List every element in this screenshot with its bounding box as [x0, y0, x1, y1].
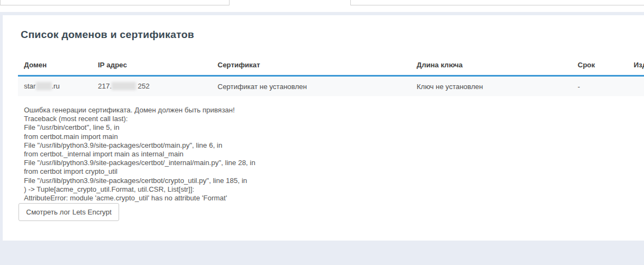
column-header-ip[interactable]: IP адрес — [92, 54, 212, 76]
cell-issuer — [628, 76, 644, 97]
cell-certificate: Сертификат не установлен — [212, 76, 411, 97]
column-header-term[interactable]: Срок — [572, 54, 628, 76]
error-log-line: from certbot._internal import main as in… — [24, 150, 255, 159]
error-log-line: AttributeError: module 'acme.crypto_util… — [24, 194, 255, 203]
table-row[interactable]: star.ru 217.252 Сертификат не установлен… — [18, 76, 644, 97]
content-card: Список доменов и сертификатов Домен IP а… — [3, 15, 644, 241]
error-log-line: from certbot.main import main — [24, 132, 255, 141]
domain-suffix: .ru — [52, 82, 60, 90]
error-log-line: File "/usr/lib/python3.9/site-packages/c… — [24, 141, 255, 150]
column-header-domain[interactable]: Домен — [18, 54, 92, 76]
view-lets-encrypt-log-button[interactable]: Смотреть лог Lets Encrypt — [18, 203, 119, 221]
cell-term: - — [572, 76, 628, 97]
column-header-issuer[interactable]: Издатель — [628, 54, 644, 76]
page-title: Список доменов и сертификатов — [21, 29, 194, 41]
error-log-line: Ошибка генерации сертификата. Домен долж… — [24, 106, 255, 115]
redacted-domain-blur — [36, 82, 52, 90]
error-log-line: File "/usr/lib/python3.9/site-packages/c… — [24, 176, 255, 185]
error-log-line: File "/usr/lib/python3.9/site-packages/c… — [24, 159, 255, 167]
cell-ip: 217.252 — [92, 76, 212, 97]
certbot-error-log: Ошибка генерации сертификата. Домен долж… — [24, 106, 255, 203]
tab-right-partial[interactable] — [351, 0, 644, 5]
column-header-key-length[interactable]: Длина ключа — [411, 54, 572, 76]
error-log-line: Traceback (most recent call last): — [24, 115, 255, 123]
tab-bar — [0, 0, 644, 12]
domain-prefix: star — [24, 82, 36, 90]
cell-domain: star.ru — [18, 76, 92, 97]
cell-key-length: Ключ не установлен — [411, 76, 572, 97]
domains-table: Домен IP адрес Сертификат Длина ключа Ср… — [18, 54, 644, 96]
error-log-line: File "/usr/bin/certbot", line 5, in — [24, 123, 255, 132]
ip-suffix: 252 — [138, 82, 150, 90]
tab-active-partial[interactable] — [229, 0, 351, 5]
redacted-ip-blur — [112, 82, 136, 90]
error-log-line: ) -> Tuple[acme_crypto_util.Format, util… — [24, 185, 255, 194]
error-log-line: from certbot import crypto_util — [24, 167, 255, 176]
tab-left-partial[interactable] — [0, 0, 229, 5]
ip-prefix: 217. — [98, 82, 112, 90]
table-header-row: Домен IP адрес Сертификат Длина ключа Ср… — [18, 54, 644, 76]
column-header-certificate[interactable]: Сертификат — [212, 54, 411, 76]
